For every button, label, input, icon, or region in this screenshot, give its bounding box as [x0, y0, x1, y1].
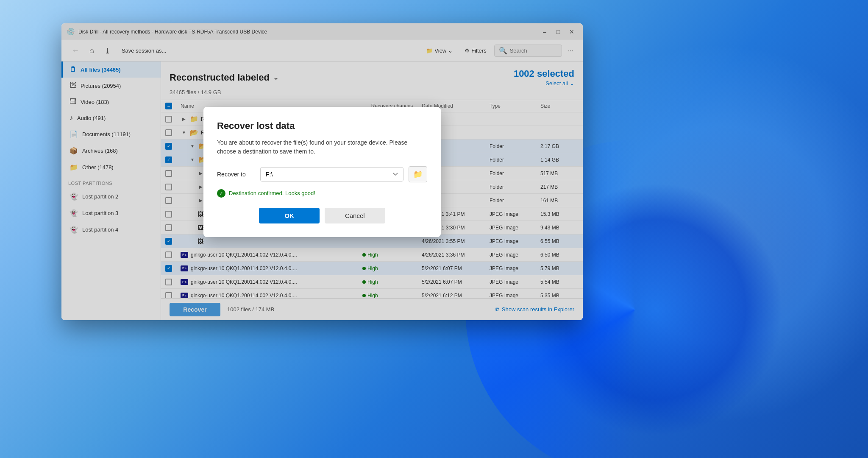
destination-confirmed: ✓ Destination confirmed. Looks good!	[217, 189, 427, 198]
modal-description: You are about to recover the file(s) fou…	[217, 138, 427, 156]
modal-ok-button[interactable]: OK	[259, 208, 320, 223]
main-window: 💿 Disk Drill - All recovery methods - Ha…	[61, 23, 583, 320]
modal-overlay: Recover lost data You are about to recov…	[61, 23, 583, 320]
recover-to-label: Recover to	[217, 171, 255, 178]
check-circle-icon: ✓	[217, 189, 225, 198]
recover-to-select[interactable]: F:\ C:\ D:\ E:\	[260, 167, 403, 182]
recover-to-row: Recover to F:\ C:\ D:\ E:\ 📁	[217, 166, 427, 182]
modal-buttons: OK Cancel	[217, 208, 427, 223]
folder-browse-icon: 📁	[413, 170, 423, 179]
modal-cancel-button[interactable]: Cancel	[325, 208, 385, 223]
modal-title: Recover lost data	[217, 120, 427, 131]
confirmed-text: Destination confirmed. Looks good!	[229, 190, 315, 196]
browse-folder-button[interactable]: 📁	[409, 166, 427, 182]
recover-lost-data-modal: Recover lost data You are about to recov…	[203, 107, 441, 237]
